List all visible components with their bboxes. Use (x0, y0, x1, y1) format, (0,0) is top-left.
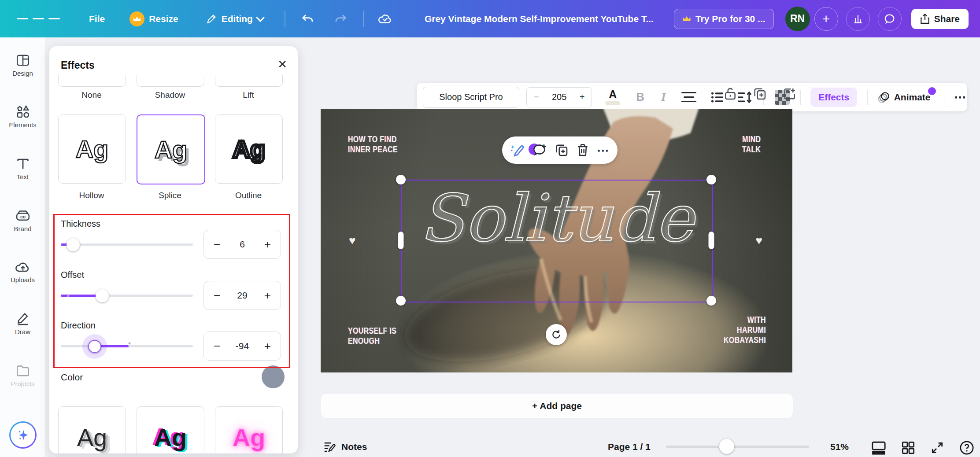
grid-view-icon[interactable] (901, 441, 915, 455)
uploads-icon (15, 260, 31, 274)
share-button[interactable]: Share (911, 9, 969, 29)
bold-button[interactable]: B (636, 90, 644, 104)
animate-icon (877, 91, 891, 104)
rotate-icon (551, 329, 562, 340)
animate-button[interactable]: Animate (877, 91, 931, 104)
pages-view-icon[interactable] (871, 441, 886, 455)
text-toolbar: Sloop Script Pro − 205 + A B I Effects (417, 83, 967, 111)
sidebar-item-projects[interactable]: Projects (0, 363, 45, 387)
font-size-value[interactable]: 205 (552, 92, 566, 102)
list-button[interactable] (710, 91, 725, 103)
elements-icon (15, 104, 30, 119)
svg-text:co: co (20, 214, 25, 219)
page-indicator: Page 1 / 1 (608, 442, 651, 452)
sidebar-item-design[interactable]: Design (0, 53, 45, 77)
selection-handle-right[interactable] (709, 232, 714, 249)
file-menu[interactable]: File (89, 14, 105, 24)
resize-button[interactable]: Resize (129, 11, 178, 26)
rotate-handle[interactable] (546, 324, 567, 345)
chevron-down-icon (256, 13, 265, 22)
selection-box[interactable] (401, 180, 713, 302)
zoom-slider[interactable] (666, 446, 809, 448)
help-icon[interactable] (959, 440, 974, 455)
sparkle-icon (16, 428, 30, 442)
fullscreen-icon[interactable] (930, 441, 944, 455)
caption-bottom-left[interactable]: YOURSELF IS ENOUGH (348, 326, 396, 346)
comment-add-icon[interactable] (532, 143, 547, 158)
crown-icon (682, 15, 691, 22)
try-pro-button[interactable]: Try Pro for 30 ... (674, 9, 774, 29)
font-size-stepper: − 205 + (526, 87, 592, 107)
add-page-icon[interactable] (783, 87, 797, 101)
duplicate-page-icon[interactable] (753, 87, 767, 101)
delete-trash-icon[interactable] (576, 143, 589, 157)
redo-button[interactable] (334, 12, 347, 26)
view-controls (871, 440, 974, 455)
selection-handle-bottom-right[interactable] (706, 296, 716, 306)
object-panel-sidebar: Design Elements Text co Brand Uploads Dr… (0, 37, 46, 457)
comments-icon[interactable] (878, 7, 902, 31)
text-icon (15, 156, 30, 171)
font-size-decrease[interactable]: − (534, 92, 539, 102)
cloud-save-status-icon (378, 12, 393, 26)
notes-button[interactable]: Notes (323, 440, 367, 453)
avatar[interactable]: RN (785, 7, 810, 31)
zoom-slider-handle[interactable] (719, 439, 734, 454)
sidebar-item-brand[interactable]: co Brand (0, 208, 45, 232)
workspace: Sloop Script Pro − 205 + A B I Effects (45, 37, 980, 457)
element-context-toolbar: ⋯ (502, 136, 618, 164)
document-title[interactable]: Grey Vintage Modern Self-Improvement You… (425, 14, 654, 24)
current-text-color (605, 101, 620, 105)
selection-handle-top-right[interactable] (706, 175, 716, 184)
sidebar-item-draw[interactable]: Draw (0, 311, 45, 335)
share-icon (920, 14, 930, 24)
divider (363, 11, 364, 27)
unlock-icon[interactable] (724, 87, 737, 101)
pencil-icon (206, 13, 217, 25)
magic-edit-icon[interactable] (510, 143, 525, 158)
text-color-button[interactable]: A (605, 89, 620, 105)
selection-handle-left[interactable] (398, 232, 404, 249)
sidebar-item-text[interactable]: Text (0, 156, 45, 181)
zoom-level: 51% (830, 442, 849, 452)
divider (944, 90, 944, 105)
text-align-button[interactable] (681, 91, 696, 104)
selection-handle-top-left[interactable] (396, 175, 406, 184)
page-controls (724, 87, 797, 101)
caption-top-right[interactable]: MIND TALK (742, 134, 761, 155)
undo-button[interactable] (301, 12, 314, 26)
more-options-icon[interactable]: ⋯ (597, 143, 610, 158)
brand-icon: co (15, 208, 31, 223)
insights-chart-icon[interactable] (846, 7, 870, 31)
draw-icon (15, 311, 30, 326)
projects-folder-icon (15, 363, 30, 378)
add-member-button[interactable]: + (814, 7, 838, 31)
duplicate-icon[interactable] (555, 143, 569, 157)
font-family-selector[interactable]: Sloop Script Pro (423, 87, 519, 108)
divider (285, 11, 285, 27)
caption-top-left[interactable]: HOW TO FIND INNER PEACE (348, 134, 398, 155)
italic-button[interactable]: I (661, 91, 666, 104)
divider (867, 90, 867, 105)
add-page-button[interactable]: + Add page (321, 393, 793, 419)
crown-icon (129, 11, 144, 26)
caption-bottom-right[interactable]: WITH HARUMI KOBAYASHI (724, 315, 766, 345)
sidebar-item-uploads[interactable]: Uploads (0, 260, 45, 284)
effects-button-active[interactable]: Effects (810, 88, 857, 107)
font-size-increase[interactable]: + (580, 92, 585, 102)
notes-icon (323, 440, 336, 453)
notification-dot (928, 87, 936, 95)
more-options-button[interactable]: ⋯ (954, 90, 967, 104)
editing-mode-dropdown[interactable]: Editing (206, 13, 263, 25)
divider (800, 90, 801, 105)
sidebar-item-elements[interactable]: Elements (0, 104, 45, 129)
hamburger-menu-icon[interactable] (17, 16, 60, 22)
magic-ai-button[interactable] (9, 421, 37, 449)
top-menu-bar: File Resize Editing Grey Vintage Modern … (0, 0, 980, 37)
design-icon (15, 53, 30, 68)
canva-editor: File Resize Editing Grey Vintage Modern … (0, 0, 980, 457)
selection-handle-bottom-left[interactable] (396, 296, 406, 306)
